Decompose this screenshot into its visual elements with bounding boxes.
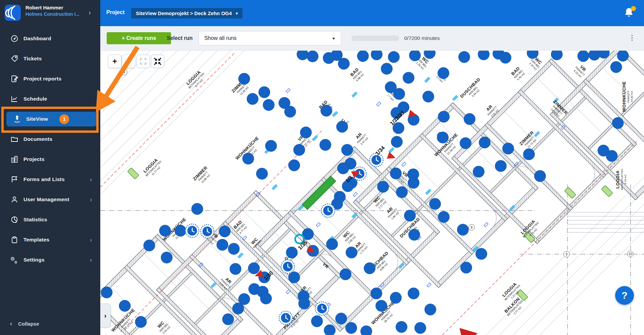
siteview-plan-canvas[interactable]: 48910LOGGIABETONPLATTEN8.77 m2ZIMMERPARK… bbox=[100, 50, 644, 335]
reports-icon bbox=[10, 74, 19, 83]
sidebar-item-user-management[interactable]: User Management› bbox=[4, 192, 97, 207]
help-button[interactable]: ? bbox=[615, 286, 634, 305]
select-run-label: Select run bbox=[167, 35, 193, 41]
svg-text:4: 4 bbox=[123, 70, 125, 74]
expand-corners-icon bbox=[140, 58, 147, 65]
tickets-icon bbox=[10, 54, 19, 63]
svg-text:⚙: ⚙ bbox=[14, 260, 17, 264]
sidebar-item-label: Settings bbox=[23, 257, 45, 263]
floor-plan-drawing: 48910LOGGIABETONPLATTEN8.77 m2ZIMMERPARK… bbox=[100, 50, 644, 335]
sidebar-nav: DashboardTicketsProject reportsScheduleS… bbox=[0, 31, 100, 273]
sidebar-item-dashboard[interactable]: Dashboard bbox=[4, 31, 97, 46]
sidebar: Robert Hammer Holmes Construction I... ›… bbox=[0, 0, 100, 335]
sidebar-item-documents[interactable]: Documents bbox=[4, 132, 97, 147]
forms-icon bbox=[10, 175, 19, 184]
chevron-right-icon: › bbox=[90, 196, 92, 203]
sidebar-item-label: Dashboard bbox=[23, 36, 51, 42]
dashboard-icon bbox=[10, 34, 19, 43]
svg-text:WCKER.BEL2.05 m2: WCKER.BEL2.05 m2 bbox=[155, 319, 172, 335]
center-view-button[interactable] bbox=[151, 55, 164, 68]
sidebar-item-schedule[interactable]: Schedule bbox=[4, 92, 97, 106]
fit-view-button[interactable] bbox=[137, 55, 150, 68]
create-runs-button[interactable]: + Create runs bbox=[107, 32, 171, 44]
chevron-right-icon: › bbox=[90, 176, 92, 183]
siteview-count-badge: 1 bbox=[59, 114, 69, 124]
caret-down-icon: ▾ bbox=[332, 36, 335, 41]
app-logo bbox=[5, 5, 21, 21]
user-company: Holmes Construction I... bbox=[25, 11, 86, 17]
statistics-icon bbox=[10, 215, 19, 224]
runs-toolbar: + Create runs Select run Show all runs ▾… bbox=[100, 26, 644, 51]
sidebar-item-settings[interactable]: ⚙⚙Settings› bbox=[4, 253, 97, 267]
project-selector[interactable]: SiteView Demoprojekt > Deck Zehn OG4 ▾ bbox=[131, 8, 243, 18]
collapse-label: Collapse bbox=[18, 321, 39, 327]
project-selector-value: SiteView Demoprojekt > Deck Zehn OG4 bbox=[136, 10, 232, 16]
chevron-right-icon[interactable]: › bbox=[89, 9, 91, 16]
sidebar-item-siteview[interactable]: SiteView1 bbox=[6, 112, 97, 126]
runs-filter-value: Show all runs bbox=[204, 35, 236, 41]
svg-text:BADKER.BEL6.98 m2: BADKER.BEL6.98 m2 bbox=[349, 66, 365, 82]
chevron-right-icon: › bbox=[90, 257, 92, 264]
siteview-icon bbox=[13, 115, 21, 123]
notifications-bell[interactable] bbox=[624, 7, 635, 18]
sidebar-item-templates[interactable]: Templates› bbox=[4, 232, 97, 247]
sidebar-item-forms-and-lists[interactable]: Forms and Lists› bbox=[4, 172, 97, 187]
sidebar-user-header[interactable]: Robert Hammer Holmes Construction I... › bbox=[0, 0, 100, 26]
svg-text:LOGGIABETONPLATTEN8.77 m2: LOGGIABETONPLATTEN8.77 m2 bbox=[184, 68, 207, 92]
chevron-right-icon: › bbox=[90, 236, 92, 243]
svg-text:DUSCHBADKER.BEL3.44 m2: DUSCHBADKER.BEL3.44 m2 bbox=[459, 77, 486, 104]
compress-arrows-icon bbox=[154, 58, 161, 65]
notification-dot bbox=[631, 6, 636, 11]
sidebar-item-project-reports[interactable]: Project reports bbox=[4, 71, 97, 86]
sidebar-item-label: Statistics bbox=[23, 217, 47, 223]
sidebar-item-label: User Management bbox=[23, 197, 69, 203]
users-icon bbox=[10, 195, 19, 204]
svg-text:8: 8 bbox=[471, 226, 473, 229]
sidebar-item-label: Forms and Lists bbox=[23, 176, 65, 182]
svg-text:BADKER.BEL5.45 m2: BADKER.BEL5.45 m2 bbox=[510, 65, 526, 81]
sidebar-item-label: Tickets bbox=[23, 56, 42, 62]
zoom-in-button[interactable]: + bbox=[108, 55, 121, 68]
runs-filter-select[interactable]: Show all runs ▾ bbox=[199, 31, 341, 45]
sidebar-item-label: Projects bbox=[23, 156, 45, 162]
settings-icon: ⚙⚙ bbox=[10, 256, 19, 264]
svg-text:ZIMMERPARKETT10.85 m2: ZIMMERPARKETT10.85 m2 bbox=[192, 165, 213, 186]
svg-text:10: 10 bbox=[628, 252, 632, 256]
templates-icon bbox=[10, 235, 19, 244]
sidebar-item-tickets[interactable]: Tickets bbox=[4, 51, 97, 66]
sidebar-item-statistics[interactable]: Statistics bbox=[4, 212, 97, 227]
svg-text:LOGGIABETONPLATTEN11.77 m2: LOGGIABETONPLATTEN11.77 m2 bbox=[141, 156, 164, 179]
svg-text:VRPARKETT6.15 m2: VRPARKETT6.15 m2 bbox=[572, 62, 589, 79]
project-label: Project bbox=[106, 9, 124, 15]
svg-text:ARPARKETT2.47 m2: ARPARKETT2.47 m2 bbox=[353, 130, 370, 147]
sidebar-item-label: Templates bbox=[23, 237, 49, 243]
svg-text:9: 9 bbox=[566, 253, 568, 256]
schedule-icon bbox=[10, 95, 19, 103]
sidebar-collapse-button[interactable]: ‹ Collapse bbox=[0, 316, 100, 331]
user-name: Robert Hammer bbox=[25, 4, 86, 11]
caret-down-icon: ▾ bbox=[236, 11, 238, 16]
sidebar-item-label: Schedule bbox=[23, 96, 47, 102]
projects-icon bbox=[10, 155, 19, 164]
kebab-menu-icon[interactable]: ⋮ bbox=[629, 34, 635, 42]
minutes-progress-text: 0/7200 minutes bbox=[404, 35, 440, 41]
chevron-left-icon: ‹ bbox=[10, 320, 12, 327]
svg-text:ARPARKETT1.80 m2: ARPARKETT1.80 m2 bbox=[384, 204, 400, 221]
documents-icon bbox=[10, 135, 19, 144]
top-header: Project SiteView Demoprojekt > Deck Zehn… bbox=[100, 0, 644, 26]
zoom-out-button[interactable]: − bbox=[122, 55, 135, 68]
open-panel-tab[interactable]: › bbox=[100, 303, 111, 328]
sidebar-item-label: Documents bbox=[23, 136, 52, 142]
sidebar-item-projects[interactable]: Projects bbox=[4, 152, 97, 167]
sidebar-item-label: SiteView bbox=[26, 116, 48, 122]
sidebar-item-label: Project reports bbox=[23, 76, 61, 82]
minutes-progress-bar bbox=[352, 36, 399, 41]
